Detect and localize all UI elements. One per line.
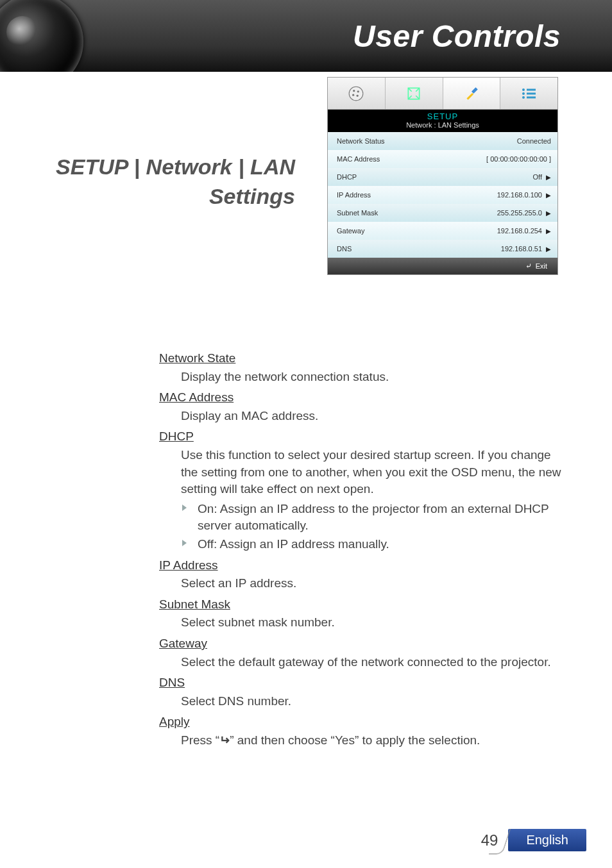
osd-row-value: Off▶ [533,173,551,181]
svg-point-1 [353,90,355,92]
osd-tab-setup[interactable] [443,78,501,109]
osd-row-value: 255.255.255.0▶ [497,209,551,217]
body-heading: IP Address [159,557,570,574]
enter-icon: ↵ [219,732,230,749]
body-paragraph: Use this function to select your desired… [181,447,570,498]
body-paragraph: Select subnet mask number. [181,614,570,631]
svg-point-10 [522,96,525,99]
body-heading: DNS [159,674,570,692]
language-pill: English [508,829,586,851]
body-paragraph: Press “↵” and then choose “Yes” to apply… [181,732,570,749]
osd-title: SETUP [328,112,557,121]
body-list: On: Assign an IP address to the projecto… [181,501,570,553]
osd-rows: Network StatusConnectedMAC Address[ 00:0… [328,132,557,258]
body-heading: Apply [159,714,570,731]
osd-row-label: Subnet Mask [337,209,378,217]
chevron-right-icon: ▶ [546,192,551,199]
options-icon [520,84,539,103]
osd-row-value: [ 00:00:00:00:00:00 ] [486,155,551,163]
svg-point-0 [350,87,364,101]
osd-panel: SETUP Network : LAN Settings Network Sta… [327,77,558,275]
osd-row-label: DHCP [337,173,357,181]
body-paragraph: Select DNS number. [181,693,570,710]
body-heading: Gateway [159,635,570,653]
svg-point-2 [357,90,359,92]
body-list-item: Off: Assign an IP address manually. [181,536,570,553]
svg-point-3 [352,94,354,96]
body-heading: MAC Address [159,389,570,406]
body-paragraph: Display an MAC address. [181,408,570,425]
osd-row[interactable]: DHCPOff▶ [328,168,557,186]
body-list-item: On: Assign an IP address to the projecto… [181,501,570,535]
osd-row-value: 192.168.0.51▶ [501,245,551,253]
return-arrow-icon: ⤶ [525,262,532,271]
osd-row-label: MAC Address [337,155,380,163]
osd-row[interactable]: Subnet Mask255.255.255.0▶ [328,204,557,222]
svg-rect-9 [527,92,536,94]
page-footer: 49 English [481,829,586,851]
body-paragraph: Display the network connection status. [181,369,570,386]
tools-icon [462,84,481,103]
osd-row: Network StatusConnected [328,132,557,150]
osd-row-value: 192.168.0.100▶ [497,191,551,199]
svg-rect-7 [527,88,536,90]
osd-subtitle: Network : LAN Settings [328,121,557,129]
palette-icon [346,84,366,103]
osd-title-bar: SETUP Network : LAN Settings [328,110,557,132]
expand-icon [404,84,423,103]
svg-point-6 [522,88,525,91]
osd-row-label: Network Status [337,137,385,145]
svg-point-8 [522,92,525,95]
body-heading: DHCP [159,428,570,446]
svg-point-4 [357,94,359,96]
osd-row-label: DNS [337,245,352,253]
chevron-right-icon: ▶ [546,174,551,181]
page-header: User Controls [0,0,612,72]
osd-tab-picture[interactable] [328,78,386,109]
lens-graphic [0,0,83,72]
header-title: User Controls [353,19,561,54]
osd-row-value: Connected [517,137,551,145]
osd-exit-label[interactable]: Exit [536,262,547,270]
osd-tab-display[interactable] [386,78,443,109]
osd-row[interactable]: Gateway192.168.0.254▶ [328,222,557,240]
osd-tab-options[interactable] [500,78,557,109]
body-text: Network StateDisplay the network connect… [159,346,570,751]
chevron-right-icon: ▶ [546,246,551,253]
osd-row-label: Gateway [337,227,364,235]
osd-row-value: 192.168.0.254▶ [497,227,551,235]
body-heading: Subnet Mask [159,596,570,613]
body-paragraph: Select the default gateway of the networ… [181,654,570,671]
osd-row[interactable]: IP Address192.168.0.100▶ [328,186,557,204]
section-heading: SETUP | Network | LAN Settings [0,153,295,212]
body-paragraph: Select an IP address. [181,575,570,592]
svg-rect-11 [527,96,536,98]
osd-tab-bar [328,78,557,110]
osd-row: MAC Address[ 00:00:00:00:00:00 ] [328,150,557,168]
osd-row-label: IP Address [337,191,371,199]
page-number: 49 [481,831,502,849]
osd-row[interactable]: DNS192.168.0.51▶ [328,240,557,258]
body-heading: Network State [159,350,570,367]
chevron-right-icon: ▶ [546,210,551,217]
chevron-right-icon: ▶ [546,228,551,235]
osd-footer: ⤶Exit [328,258,557,274]
